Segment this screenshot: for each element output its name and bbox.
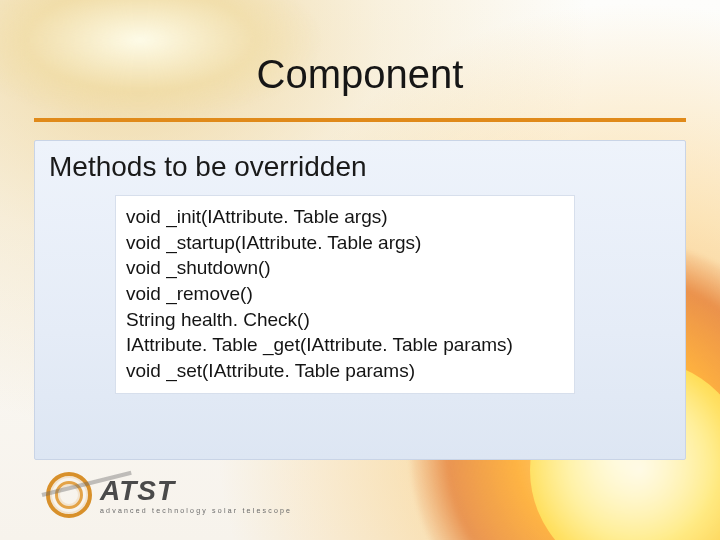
content-panel: Methods to be overridden void _init(IAtt… — [34, 140, 686, 460]
code-line: void _startup(IAttribute. Table args) — [126, 230, 564, 256]
logo: ATST advanced technology solar telescope — [46, 472, 292, 518]
slide: Component Methods to be overridden void … — [0, 0, 720, 540]
logo-acronym: ATST — [100, 477, 292, 505]
code-line: void _set(IAttribute. Table params) — [126, 358, 564, 384]
code-line: IAttribute. Table _get(IAttribute. Table… — [126, 332, 564, 358]
logo-tagline: advanced technology solar telescope — [100, 507, 292, 514]
logo-mark-icon — [46, 472, 92, 518]
title-wrap: Component — [0, 52, 720, 97]
code-line: void _remove() — [126, 281, 564, 307]
code-line: void _shutdown() — [126, 255, 564, 281]
slide-title: Component — [0, 52, 720, 97]
logo-text: ATST advanced technology solar telescope — [100, 477, 292, 514]
code-line: String health. Check() — [126, 307, 564, 333]
title-divider — [34, 118, 686, 122]
code-line: void _init(IAttribute. Table args) — [126, 204, 564, 230]
content-subheading: Methods to be overridden — [49, 151, 367, 183]
code-box: void _init(IAttribute. Table args) void … — [115, 195, 575, 394]
